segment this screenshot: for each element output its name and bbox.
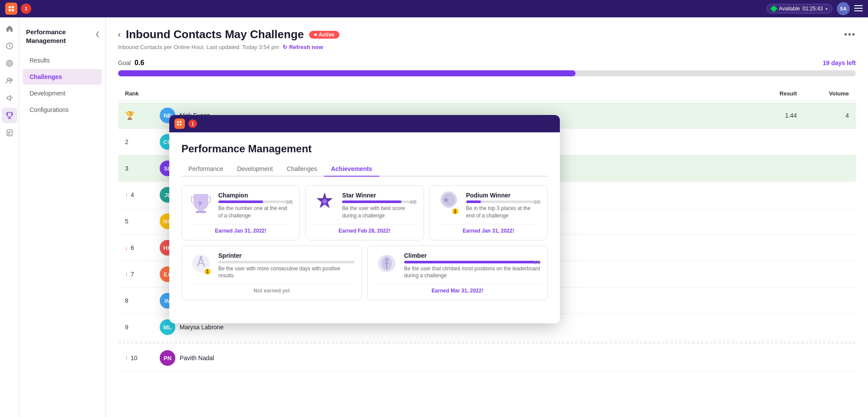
rank-cell: 5 xyxy=(125,218,160,225)
challenge-title: Inbound Contacts May Challenge xyxy=(126,28,304,41)
svg-point-10 xyxy=(9,63,10,64)
sidebar-item-announcements[interactable] xyxy=(2,90,17,106)
active-badge: Active xyxy=(309,31,339,39)
achievement-earned-text: Earned Jan 31, 2022! xyxy=(189,224,293,234)
notification-badge[interactable]: 1 xyxy=(21,3,31,14)
card-info: Podium Winner 1/5 Be in the top 3 places… xyxy=(466,192,540,220)
achievement-desc: Be the user with more consecutive days w… xyxy=(218,265,355,280)
overlay-tabs: Performance Development Challenges Achie… xyxy=(181,162,548,177)
svg-rect-17 xyxy=(180,124,181,125)
achievement-earned-text: Earned Mar 31, 2022! xyxy=(375,284,540,294)
tab-performance[interactable]: Performance xyxy=(181,162,230,177)
achievement-desc: Be the user that climbed most positions … xyxy=(404,265,540,280)
top-nav: 1 Available 01:25:43 ▾ SA xyxy=(0,0,868,17)
tab-achievements[interactable]: Achievements xyxy=(324,162,379,177)
card-top: Champion 3/5 Be the number one at the en… xyxy=(189,192,293,220)
chevron-down-icon: ▾ xyxy=(825,7,828,11)
achievement-progress-bar xyxy=(218,200,293,203)
achievement-progress-fill xyxy=(218,200,263,203)
podium-winner-icon: 1 xyxy=(437,192,461,216)
achievement-title: Climber xyxy=(404,252,540,259)
svg-rect-16 xyxy=(177,124,179,125)
user-cell: PN Pavith Nadal xyxy=(160,350,745,366)
sidebar-item-tasks[interactable] xyxy=(2,125,17,141)
table-header: Rank Result Volume xyxy=(118,87,856,101)
card-info: Star Winner 4/5 Be the user with best sc… xyxy=(342,192,416,220)
climber-icon xyxy=(375,252,399,276)
left-nav-panel: Performance Management ❮ Results Challen… xyxy=(19,17,106,417)
top-nav-left: 1 xyxy=(5,3,31,15)
overlay-notification-badge[interactable]: 1 xyxy=(188,119,197,128)
collapse-nav-button[interactable]: ❮ xyxy=(93,30,102,38)
nav-item-configurations[interactable]: Configurations xyxy=(23,102,102,118)
sprinter-badge: 1 xyxy=(204,268,211,276)
progress-label: 5/5 xyxy=(534,260,540,265)
rank-up-icon: ↑ xyxy=(125,355,128,361)
user-avatar[interactable]: SA xyxy=(837,2,850,15)
rank-cell: 🏆 xyxy=(125,111,160,120)
achievement-card-champion: Champion 3/5 Be the number one at the en… xyxy=(181,185,300,240)
sidebar-item-people[interactable] xyxy=(2,73,17,89)
top-nav-right: Available 01:25:43 ▾ SA xyxy=(766,2,863,15)
nav-item-results[interactable]: Results xyxy=(23,53,102,68)
back-button[interactable]: ‹ xyxy=(118,30,121,39)
overlay-topbar: 1 xyxy=(169,115,560,132)
card-top: 1 Podium Winner 1/5 Be in the top 3 plac… xyxy=(437,192,540,220)
tab-development[interactable]: Development xyxy=(230,162,280,177)
achievement-card-climber: Climber 5/5 Be the user that climbed mos… xyxy=(367,246,548,301)
left-icon-bar xyxy=(0,17,19,417)
user-name: Marysa Labrone xyxy=(180,324,224,331)
achievement-title: Podium Winner xyxy=(466,192,540,199)
rank-cell: 2 xyxy=(125,138,160,145)
sidebar-item-target[interactable] xyxy=(2,56,17,71)
svg-rect-13 xyxy=(7,130,12,136)
rank-divider xyxy=(118,342,856,343)
active-dot xyxy=(314,33,317,36)
user-name: Pavith Nadal xyxy=(180,355,214,361)
overlay-app-logo[interactable] xyxy=(174,118,185,129)
svg-rect-19 xyxy=(196,211,206,213)
overlay-panel: 1 Performance Management Performance Dev… xyxy=(169,115,560,323)
achievement-card-sprinter: 1 Sprinter Be the user with more consecu… xyxy=(181,246,362,301)
more-options-button[interactable]: ••• xyxy=(844,30,856,39)
availability-icon xyxy=(770,5,777,13)
rank-down-icon: ↓ xyxy=(125,244,128,251)
champion-icon xyxy=(189,192,213,216)
card-top: 1 Sprinter Be the user with more consecu… xyxy=(189,252,355,280)
rank-cell: 9 xyxy=(125,324,160,331)
volume-column-header: Volume xyxy=(797,90,849,97)
achievement-card-podium-winner: 1 Podium Winner 1/5 Be in the top 3 plac… xyxy=(429,185,548,240)
nav-item-development[interactable]: Development xyxy=(23,85,102,101)
achievement-title: Star Winner xyxy=(342,192,416,199)
tab-challenges[interactable]: Challenges xyxy=(280,162,324,177)
achievement-earned-text: Earned Feb 28, 2022! xyxy=(312,224,416,234)
sprinter-icon: 1 xyxy=(189,252,213,276)
progress-label: 4/5 xyxy=(410,200,416,205)
goal-text: Goal 0.6 xyxy=(118,59,144,67)
sidebar-item-home[interactable] xyxy=(2,21,17,36)
achievement-card-star-winner: Star Winner 4/5 Be the user with best sc… xyxy=(305,185,424,240)
nav-item-challenges[interactable]: Challenges xyxy=(23,69,102,85)
availability-status-text: Available xyxy=(779,6,800,12)
sidebar-item-activity[interactable] xyxy=(2,38,17,54)
availability-status[interactable]: Available 01:25:43 ▾ xyxy=(766,4,832,13)
svg-rect-5 xyxy=(854,8,863,9)
result-column-header: Result xyxy=(745,90,797,97)
svg-point-29 xyxy=(385,258,388,262)
app-logo[interactable] xyxy=(5,3,17,15)
achievement-desc: Be the user with best score during a cha… xyxy=(342,205,416,220)
days-left: 19 days left xyxy=(823,59,856,66)
sidebar-item-performance[interactable] xyxy=(2,108,17,123)
progress-label: 1/5 xyxy=(534,200,540,205)
name-column-header xyxy=(160,90,745,97)
overlay-content: Performance Management Performance Devel… xyxy=(169,132,560,311)
goal-label: Goal xyxy=(118,59,131,66)
card-info: Sprinter Be the user with more consecuti… xyxy=(218,252,355,280)
achievement-progress-bar xyxy=(218,261,355,263)
card-info: Climber 5/5 Be the user that climbed mos… xyxy=(404,252,540,280)
hamburger-menu-icon[interactable] xyxy=(854,4,863,13)
refresh-button[interactable]: ↻ Refresh now xyxy=(283,44,323,50)
left-nav-title: Performance Management xyxy=(19,24,105,52)
achievement-progress-bar xyxy=(404,261,540,263)
result-cell: 1.44 xyxy=(745,112,797,119)
